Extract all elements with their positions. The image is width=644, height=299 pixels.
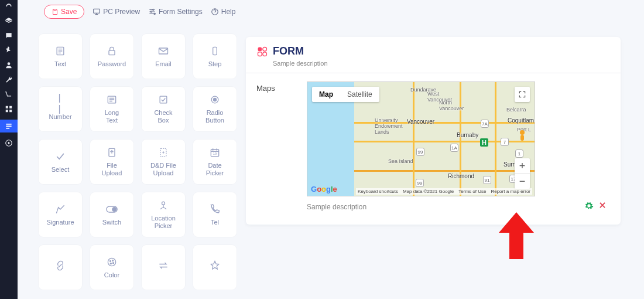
sliders-icon — [148, 8, 156, 16]
svg-rect-3 — [6, 110, 8, 112]
help-icon — [211, 8, 219, 16]
palette-item-label: File Upload — [102, 162, 122, 176]
city-belcarra: Belcarra — [506, 107, 526, 113]
palette-item-fileup[interactable]: File Upload — [90, 140, 133, 184]
palette-item-step[interactable]: Step — [193, 34, 237, 79]
rail-icon-chat[interactable] — [5, 32, 13, 40]
rail-icon-user[interactable] — [5, 61, 13, 69]
map-fullscreen-button[interactable] — [515, 87, 530, 102]
pc-preview-button[interactable]: PC Preview — [93, 8, 140, 16]
palette-item-tel[interactable]: Tel — [193, 192, 237, 237]
date-icon: 19 — [209, 147, 221, 158]
palette-item-color[interactable]: Color — [90, 245, 133, 290]
form-settings-button[interactable]: Form Settings — [148, 8, 203, 16]
switch-icon — [106, 203, 118, 215]
rail-icon-cart[interactable] — [5, 90, 13, 98]
palette-item-signature[interactable]: Signature — [39, 192, 82, 237]
top-toolbar: Save PC Preview Form Settings Help — [44, 4, 235, 20]
map-tab-satellite[interactable]: Satellite — [340, 87, 379, 102]
palette-item-text[interactable]: Text — [39, 34, 82, 79]
tel-icon — [209, 203, 221, 215]
palette-item-switch[interactable]: Switch — [90, 192, 133, 237]
palette-item-select[interactable]: Select — [39, 140, 82, 184]
palette-item-mail[interactable]: Email — [142, 34, 185, 79]
save-icon — [52, 8, 59, 15]
text-icon — [54, 45, 66, 57]
map-attr-report[interactable]: Report a map error — [491, 189, 530, 194]
rail-icon-pin[interactable] — [5, 46, 13, 55]
map-attribution: Keyboard shortcuts Map data ©2021 Google… — [356, 188, 532, 195]
lock-icon — [106, 45, 118, 57]
number-icon: | | — [54, 98, 66, 110]
location-icon — [157, 199, 169, 211]
map-attr-terms[interactable]: Terms of Use — [458, 189, 486, 194]
city-west-vancouver: West Vancouver — [427, 91, 452, 103]
palette-item-label: Switch — [102, 219, 121, 226]
palette-item-label: Tel — [211, 219, 219, 226]
palette-item-label: Password — [98, 60, 126, 68]
city-richmond: Richmond — [448, 173, 474, 179]
palette-item-longtext[interactable]: Long Text — [90, 87, 133, 131]
svg-point-37 — [263, 52, 267, 56]
svg-rect-6 — [6, 125, 11, 127]
left-nav-rail — [0, 0, 18, 299]
link-icon — [54, 260, 66, 271]
palette-item-transfer[interactable] — [142, 245, 185, 290]
rail-icon-play[interactable] — [5, 139, 13, 147]
svg-rect-9 — [94, 9, 100, 13]
zoom-out-button[interactable]: − — [515, 174, 530, 189]
palette-item-star[interactable] — [193, 245, 237, 290]
palette-item-label: Location Picker — [151, 215, 176, 229]
field-label-maps: Maps — [256, 81, 307, 196]
field-description-row: Sample description — [256, 201, 610, 213]
monitor-icon — [93, 8, 101, 16]
checkbox-icon — [157, 94, 169, 106]
palette-item-radio[interactable]: Radio Button — [193, 87, 237, 131]
map-type-selector: Map Satellite — [312, 87, 379, 102]
radio-icon — [209, 94, 221, 106]
map-widget[interactable]: Vancouver North Vancouver West Vancouver… — [307, 81, 535, 196]
field-delete-button[interactable] — [598, 201, 607, 213]
palette-item-location[interactable]: Location Picker — [142, 192, 185, 237]
svg-rect-36 — [258, 52, 262, 56]
map-tab-map[interactable]: Map — [312, 87, 340, 102]
help-button[interactable]: Help — [211, 8, 236, 16]
map-zoom-controls: + − — [515, 158, 530, 189]
dndfile-icon — [157, 147, 169, 158]
city-univ: University Endowment Lands — [375, 117, 403, 135]
rail-icon-form-active[interactable] — [0, 120, 18, 132]
map-attr-shortcuts[interactable]: Keyboard shortcuts — [358, 189, 398, 194]
map-attr-data: Map data ©2021 Google — [403, 189, 454, 194]
hospital-marker: H — [480, 138, 488, 147]
palette-item-checkbox[interactable]: Check Box — [142, 87, 185, 131]
route-shield-99b: 99 — [416, 179, 424, 187]
rail-icon-layers[interactable] — [5, 17, 13, 25]
palette-item-label: Text — [54, 60, 66, 68]
signature-icon — [54, 203, 66, 215]
palette-item-number[interactable]: | |Number — [39, 87, 82, 131]
palette-item-lock[interactable]: Password — [90, 34, 133, 79]
svg-point-33 — [110, 263, 111, 264]
rail-icon-wrench[interactable] — [5, 76, 13, 84]
city-vancouver: Vancouver — [407, 118, 434, 125]
palette-item-link[interactable] — [39, 245, 82, 290]
zoom-in-button[interactable]: + — [515, 158, 530, 174]
svg-rect-34 — [258, 47, 262, 51]
save-button[interactable]: Save — [44, 5, 84, 19]
streetview-pegman[interactable] — [515, 129, 530, 144]
star-icon — [209, 260, 221, 271]
svg-point-28 — [162, 202, 165, 205]
mail-icon — [157, 45, 169, 57]
svg-rect-2 — [9, 106, 12, 108]
rail-icon-gauge[interactable] — [5, 2, 13, 11]
palette-item-dndfile[interactable]: D&D File Upload — [142, 140, 185, 184]
field-settings-button[interactable] — [584, 201, 594, 213]
svg-rect-1 — [6, 106, 8, 108]
route-shield-91: 91 — [483, 176, 491, 184]
svg-rect-5 — [6, 124, 11, 125]
palette-item-label: Select — [52, 166, 70, 174]
rail-icon-grid[interactable] — [5, 105, 13, 113]
palette-item-date[interactable]: 19Date Picker — [193, 140, 237, 184]
fileup-icon — [106, 147, 118, 158]
svg-point-21 — [214, 98, 217, 101]
